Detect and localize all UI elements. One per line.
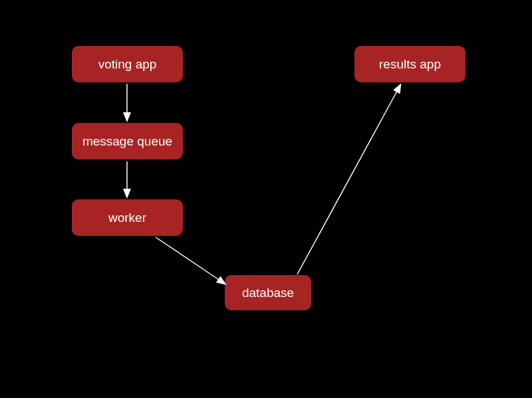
node-label: message queue: [82, 134, 172, 149]
node-label: database: [242, 286, 294, 300]
node-label: worker: [108, 211, 146, 225]
node-label: results app: [379, 57, 441, 72]
node-worker: worker: [72, 199, 183, 236]
edge-database-to-results: [297, 85, 400, 274]
node-label: voting app: [98, 57, 157, 72]
node-voting-app: voting app: [72, 46, 183, 82]
node-database: database: [225, 275, 311, 310]
edge-worker-to-database: [156, 237, 225, 284]
node-results-app: results app: [354, 46, 466, 82]
node-message-queue: message queue: [72, 123, 183, 159]
